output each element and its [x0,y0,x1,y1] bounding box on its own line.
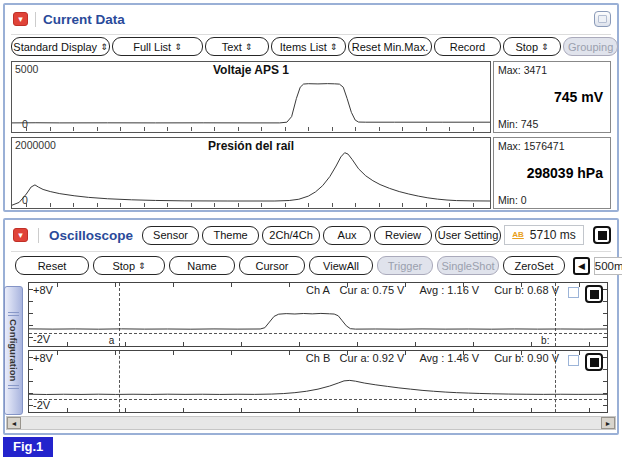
cursor-button[interactable]: Cursor [239,256,305,275]
presion-plot: 2000000 Presión del raíl 0 [11,137,491,209]
cursor-b-readout: Cur b: 0.90 V [494,352,559,364]
cursor-readouts: Cur a: 0.75 V Avg : 1.16 V Cur b: 0.68 V [340,284,559,296]
cursor-a-readout: Cur a: 0.75 V [340,284,405,296]
user-setting-button[interactable]: User Setting [435,226,501,245]
configuration-tab[interactable]: Configuration [4,286,23,415]
scroll-right-icon: ► [605,420,612,427]
timebase-decrease-button[interactable]: ◀ [573,257,590,275]
chevron-down-icon: ▾ [18,230,23,240]
scroll-right-button[interactable]: ► [601,417,615,429]
header-divider [35,12,36,27]
channel-a-stop-button[interactable] [585,285,603,303]
chart-row-presion: 2000000 Presión del raíl 0 Max: 1576471 … [11,137,611,209]
average-readout: Avg : 1.16 V [419,284,479,296]
cursor-readouts: Cur a: 0.92 V Avg : 1.46 V Cur b: 0.90 V [340,352,559,364]
single-shot-button: SingleShot [437,256,499,275]
voltaje-waveform [12,62,490,132]
updown-arrows-icon: ⇕ [100,42,108,52]
full-list-button[interactable]: Full List⇕ [112,37,203,56]
max-value-label: Max: 3471 [498,64,547,76]
review-button[interactable]: Review [374,226,432,245]
panel-menu-icon[interactable]: ▾ [13,228,28,242]
current-value: 298039 hPa [527,165,603,181]
stop-dropdown-button[interactable]: Stop⇕ [503,37,561,56]
text-button[interactable]: Text⇕ [205,37,269,56]
header-separator [11,34,611,35]
channel-mode-button[interactable]: 2Ch/4Ch [262,226,320,245]
oscilloscope-toolbar: Reset Stop⇕ Name Cursor ViewAll Trigger … [15,255,613,276]
presion-value-box: Max: 1576471 298039 hPa Min: 0 [493,137,611,209]
figure-caption: Fig.1 [3,437,53,457]
cursor-a-label: a [109,335,115,346]
cursor-ab-time-icon: AB [512,231,524,239]
x-axis-ticks [26,203,486,207]
cursor-b-readout: Cur b: 0.68 V [494,284,559,296]
time-display: AB 5710 ms [504,225,584,245]
current-data-toolbar: Standard Display⇕ Full List⇕ Text⇕ Items… [11,37,611,57]
stop-square-icon [590,358,599,367]
updown-arrows-icon: ⇕ [174,42,182,52]
current-data-title: Current Data [43,12,125,27]
sensor-button[interactable]: Sensor [142,226,199,245]
items-list-button[interactable]: Items List⇕ [271,37,346,56]
scope-channel-b-plot: +8V Ch B Cur a: 0.92 V Avg : 1.46 V Cur … [28,350,608,413]
cursor-a-readout: Cur a: 0.92 V [340,352,405,364]
header-divider [38,228,39,243]
record-stop-button[interactable] [593,226,611,244]
aux-button[interactable]: Aux [323,226,371,245]
reset-button[interactable]: Reset [15,256,89,275]
volts-bottom-label: -2V [33,399,50,411]
chart-row-voltaje: 5000 Voltaje APS 1 0 Max: 3471 745 mV Mi… [11,61,611,133]
grouping-button: Grouping [563,37,618,56]
horizontal-scrollbar[interactable]: ◄ ► [6,416,616,430]
volts-bottom-label: -2V [33,333,50,345]
panel-window-button[interactable] [594,11,611,27]
panel-menu-icon[interactable]: ▾ [13,12,28,26]
updown-arrows-icon: ⇕ [330,42,338,52]
oscilloscope-header: ▾ Oscilloscope Sensor Theme 2Ch/4Ch Aux … [13,222,611,248]
current-value: 745 mV [554,89,603,105]
cursor-b-label: b: [541,335,549,346]
channel-a-checkbox[interactable] [568,287,579,298]
trigger-button: Trigger [377,256,433,275]
current-data-panel: ▾ Current Data Standard Display⇕ Full Li… [3,3,619,212]
header-separator [11,251,611,252]
zero-set-button[interactable]: ZeroSet [503,256,565,275]
oscilloscope-title: Oscilloscope [49,228,133,243]
stop-dropdown-button[interactable]: Stop⇕ [93,256,165,275]
voltaje-plot: 5000 Voltaje APS 1 0 [11,61,491,133]
channel-b-checkbox[interactable] [568,355,579,366]
record-button[interactable]: Record [434,37,501,56]
average-readout: Avg : 1.46 V [419,352,479,364]
updown-arrows-icon: ⇕ [138,261,146,271]
reset-minmax-button[interactable]: Reset Min.Max. [348,37,432,56]
scrollbar-track[interactable] [21,417,601,429]
stop-square-icon [590,290,599,299]
view-all-button[interactable]: ViewAll [309,256,373,275]
grip-icon [8,312,19,316]
chevron-down-icon: ▾ [18,14,23,24]
oscilloscope-panel: ▾ Oscilloscope Sensor Theme 2Ch/4Ch Aux … [3,218,619,435]
time-value: 5710 ms [530,228,576,242]
name-button[interactable]: Name [169,256,235,275]
grip-icon [8,385,19,389]
x-axis-ticks [26,127,486,131]
stop-square-icon [598,231,607,240]
updown-arrows-icon: ⇕ [541,42,549,52]
scroll-left-button[interactable]: ◄ [7,417,21,429]
current-data-header: ▾ Current Data [5,7,617,31]
standard-display-button[interactable]: Standard Display⇕ [11,37,110,56]
theme-button[interactable]: Theme [202,226,259,245]
configuration-tab-label: Configuration [8,319,19,381]
voltaje-value-box: Max: 3471 745 mV Min: 745 [493,61,611,133]
max-value-label: Max: 1576471 [498,140,565,152]
presion-waveform [12,138,490,208]
channel-b-stop-button[interactable] [585,353,603,371]
scroll-left-icon: ◄ [11,420,18,427]
scope-channel-a-plot: +8V Ch A Cur a: 0.75 V Avg : 1.16 V Cur … [28,282,608,347]
left-triangle-icon: ◀ [578,261,585,271]
timebase-value: 500ms [594,257,622,275]
window-button-icon [598,15,607,23]
min-value-label: Min: 0 [498,194,527,206]
updown-arrows-icon: ⇕ [245,42,253,52]
